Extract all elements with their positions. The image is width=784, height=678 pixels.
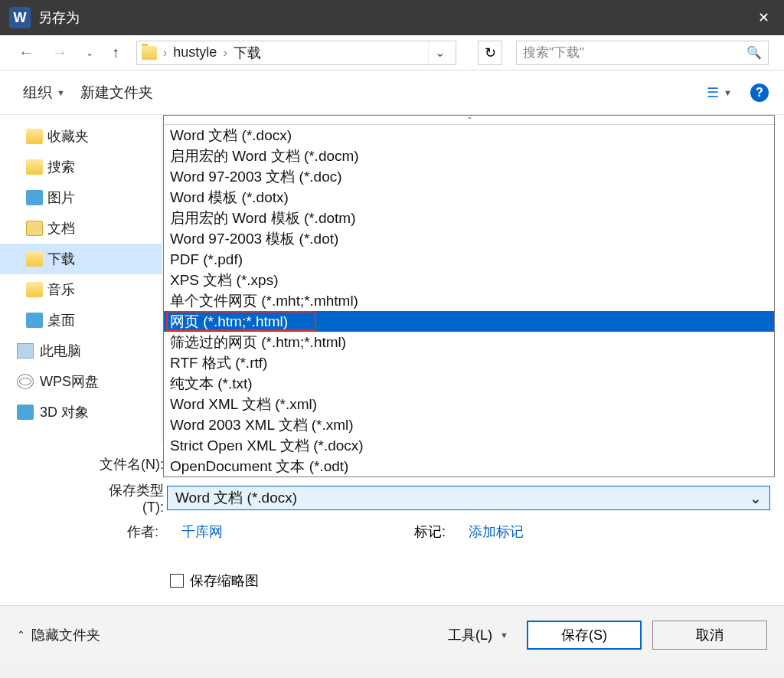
sidebar-item-label: 音乐 — [47, 280, 75, 299]
savetype-label: 保存类型(T): — [90, 481, 167, 516]
music-icon — [26, 282, 43, 297]
author-label: 作者: — [90, 522, 158, 541]
filetype-option[interactable]: XPS 文档 (*.xps) — [164, 270, 774, 290]
filetype-option[interactable]: RTF 格式 (*.rtf) — [164, 352, 774, 373]
sidebar-item-pc[interactable]: 此电脑 — [0, 336, 162, 366]
filetype-option[interactable]: 单个文件网页 (*.mht;*.mhtml) — [164, 290, 774, 311]
sidebar-item-cloud[interactable]: WPS网盘 — [0, 366, 162, 397]
filetype-option[interactable]: Word 模板 (*.dotx) — [164, 187, 774, 208]
sidebar: 收藏夹捜索图片文档下载音乐桌面此电脑WPS网盘3D 对象 — [0, 115, 162, 444]
caret-down-icon: ▼ — [724, 88, 732, 97]
cancel-button[interactable]: 取消 — [652, 621, 767, 650]
save-button[interactable]: 保存(S) — [527, 621, 642, 650]
filetype-option[interactable]: Word 97-2003 文档 (*.doc) — [164, 166, 774, 187]
path-segment[interactable]: hustyle — [168, 44, 221, 61]
organize-label: 组织 — [23, 83, 52, 103]
filetype-option[interactable]: 启用宏的 Word 模板 (*.dotm) — [164, 208, 774, 228]
path-dropdown[interactable]: ⌄ — [428, 41, 451, 64]
sidebar-item-doc[interactable]: 文档 — [0, 213, 162, 244]
sidebar-item-dl[interactable]: 下载 — [0, 244, 162, 274]
caret-down-icon: ▼ — [57, 88, 65, 97]
sidebar-item-label: 3D 对象 — [40, 403, 89, 421]
address-bar[interactable]: › hustyle › 下载 ⌄ — [136, 41, 456, 65]
new-folder-button[interactable]: 新建文件夹 — [73, 78, 161, 107]
new-folder-label: 新建文件夹 — [80, 83, 153, 103]
organize-button[interactable]: 组织 ▼ — [15, 78, 73, 107]
path-separator-icon: › — [221, 46, 228, 60]
refresh-button[interactable]: ↻ — [478, 41, 502, 65]
chevron-up-icon: ⌃ — [17, 629, 25, 640]
chevron-down-icon: ⌄ — [750, 490, 762, 507]
filetype-option[interactable]: 筛选过的网页 (*.htm;*.html) — [164, 332, 774, 352]
3d-icon — [17, 405, 34, 420]
sidebar-item-desktop[interactable]: 桌面 — [0, 305, 162, 336]
sidebar-item-label: 桌面 — [47, 311, 75, 329]
footer: ⌃ 隐藏文件夹 工具(L) ▼ 保存(S) 取消 — [0, 605, 784, 663]
doc-icon — [26, 221, 43, 236]
dl-icon — [26, 251, 43, 267]
view-options-button[interactable]: ☰ ▼ — [699, 80, 740, 106]
pic-icon — [26, 190, 43, 205]
sidebar-item-star[interactable]: 收藏夹 — [0, 121, 162, 152]
filetype-option[interactable]: PDF (*.pdf) — [164, 249, 774, 270]
titlebar: W 另存为 ✕ — [0, 0, 784, 35]
search-icon[interactable]: 🔍 — [746, 45, 762, 60]
search-input[interactable] — [523, 45, 746, 61]
star-icon — [26, 129, 43, 144]
history-dropdown[interactable]: ⌄ — [86, 47, 93, 58]
tools-label: 工具(L) — [448, 626, 492, 644]
sidebar-item-search[interactable]: 捜索 — [0, 152, 162, 182]
filetype-option[interactable]: Word XML 文档 (*.xml) — [164, 394, 774, 414]
main-area: 收藏夹捜索图片文档下载音乐桌面此电脑WPS网盘3D 对象 ⌃ Word 文档 (… — [0, 115, 784, 444]
caret-down-icon: ▼ — [500, 631, 508, 640]
filetype-option[interactable]: OpenDocument 文本 (*.odt) — [164, 456, 774, 477]
highlight-box — [166, 311, 316, 331]
filetype-option[interactable]: Word 文档 (*.docx) — [164, 125, 774, 146]
tag-label: 标记: — [414, 522, 446, 541]
hide-folders-toggle[interactable]: ⌃ 隐藏文件夹 — [17, 626, 100, 644]
sidebar-item-3d[interactable]: 3D 对象 — [0, 397, 162, 427]
forward-button[interactable]: → — [52, 44, 67, 61]
search-icon — [26, 159, 43, 175]
filetype-option[interactable]: Word 2003 XML 文档 (*.xml) — [164, 414, 774, 435]
sidebar-item-label: 文档 — [47, 219, 75, 237]
savetype-dropdown[interactable]: Word 文档 (*.docx) ⌄ — [167, 486, 770, 510]
help-button[interactable]: ? — [750, 84, 769, 102]
sidebar-item-label: 此电脑 — [40, 342, 81, 360]
window-title: 另存为 — [38, 8, 743, 27]
author-value[interactable]: 千库网 — [181, 522, 223, 541]
toolbar: 组织 ▼ 新建文件夹 ☰ ▼ ? — [0, 70, 784, 115]
up-button[interactable]: ↑ — [112, 44, 119, 61]
filetype-option[interactable]: 启用宏的 Word 文档 (*.docm) — [164, 146, 774, 166]
tools-dropdown[interactable]: 工具(L) ▼ — [448, 626, 516, 644]
path-segment[interactable]: 下载 — [229, 44, 266, 62]
desktop-icon — [26, 313, 43, 328]
folder-icon — [142, 46, 157, 60]
sidebar-item-label: 捜索 — [47, 158, 75, 176]
sidebar-item-label: 收藏夹 — [47, 127, 89, 146]
sidebar-item-label: 图片 — [47, 188, 75, 207]
cloud-icon — [17, 374, 34, 389]
path-separator-icon: › — [162, 46, 168, 60]
filetype-option[interactable]: Strict Open XML 文档 (*.docx) — [164, 435, 774, 456]
pc-icon — [17, 343, 34, 359]
sidebar-item-music[interactable]: 音乐 — [0, 274, 162, 305]
hide-folders-label: 隐藏文件夹 — [31, 626, 100, 644]
word-app-icon: W — [9, 7, 31, 28]
tag-add-link[interactable]: 添加标记 — [469, 522, 524, 541]
close-button[interactable]: ✕ — [743, 0, 784, 35]
filetype-option[interactable]: 网页 (*.htm;*.html) — [164, 311, 774, 332]
thumbnail-label: 保存缩略图 — [190, 572, 259, 590]
thumbnail-checkbox[interactable] — [170, 574, 184, 588]
sidebar-item-pic[interactable]: 图片 — [0, 182, 162, 213]
filetype-option[interactable]: 纯文本 (*.txt) — [164, 373, 774, 394]
view-list-icon: ☰ — [707, 84, 719, 101]
savetype-value: Word 文档 (*.docx) — [175, 488, 297, 508]
back-button[interactable]: ← — [18, 44, 34, 61]
filetype-option[interactable]: Word 97-2003 模板 (*.dot) — [164, 228, 774, 249]
filename-label: 文件名(N): — [90, 455, 167, 473]
dropdown-handle-icon[interactable]: ⌃ — [164, 116, 774, 125]
navigation-bar: ← → ⌄ ↑ › hustyle › 下载 ⌄ ↻ 🔍 — [0, 35, 784, 70]
search-box[interactable]: 🔍 — [516, 41, 769, 65]
sidebar-item-label: 下载 — [47, 250, 75, 268]
